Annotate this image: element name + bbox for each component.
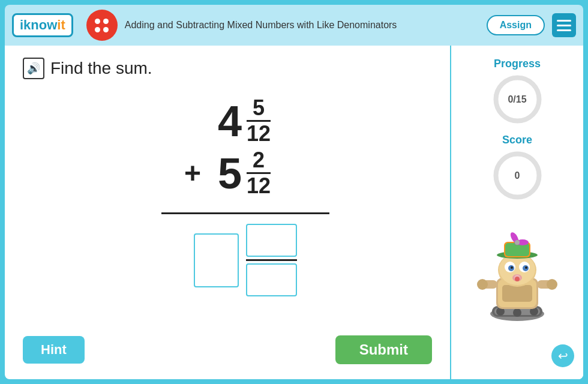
answer-fraction-area [246,224,297,296]
bottom-buttons: Hint Submit [23,329,432,367]
number1-numerator: 5 [247,97,271,122]
score-value: 0 [515,170,520,181]
score-gauge: 0 [492,150,543,201]
dot2 [103,19,109,24]
second-number-row: + 5 2 12 [184,149,271,197]
progress-label: Progress [494,58,541,70]
score-section: Score 0 [492,134,543,201]
score-label: Score [502,134,532,146]
hint-button[interactable]: Hint [23,336,85,364]
number2-whole: 5 [218,152,242,195]
dot1 [95,19,100,24]
nav-arrow-button[interactable]: ↩ [551,344,574,367]
svg-point-8 [513,308,521,317]
hamburger-line-1 [557,20,571,22]
robot-area [469,210,565,335]
svg-point-23 [511,266,513,269]
answer-numerator-input[interactable] [246,224,297,257]
progress-gauge: 0/15 [492,74,543,125]
answer-whole-input[interactable] [194,233,239,287]
submit-button[interactable]: Submit [335,335,432,364]
number1-whole: 4 [218,100,242,143]
arrow-icon: ↩ [558,349,568,363]
right-panel: Progress 0/15 Score 0 [451,46,583,379]
operator: + [184,157,201,190]
lesson-title: Adding and Subtracting Mixed Numbers wit… [125,19,479,32]
header: iknowit Adding and Subtracting Mixed Num… [5,5,583,46]
speaker-icon[interactable]: 🔊 [23,58,44,79]
math-area: 4 5 12 + 5 2 12 [23,91,432,329]
logo: iknowit [12,13,73,37]
number1-fraction: 5 12 [247,97,271,145]
number1-denominator: 12 [247,122,271,145]
dice-icon [86,10,118,41]
number2-denominator: 12 [247,174,271,197]
dot4 [103,27,109,32]
robot-illustration [469,225,565,321]
hamburger-line-3 [557,29,571,31]
divider-line [161,212,329,214]
dice-dots [92,16,112,35]
number2-fraction: 2 12 [247,149,271,197]
first-number-row: 4 5 12 [218,97,271,145]
answer-area [194,224,297,296]
problem-container: 4 5 12 + 5 2 12 [184,97,271,202]
number2-numerator: 2 [247,149,271,174]
dot3 [95,27,100,32]
svg-point-16 [547,279,557,290]
svg-point-34 [515,240,520,245]
svg-point-14 [477,279,488,290]
question-text: Find the sum. [50,59,152,78]
app-container: iknowit Adding and Subtracting Mixed Num… [0,0,588,384]
logo-area: iknowit [12,13,73,37]
question-header: 🔊 Find the sum. [23,58,432,79]
left-panel: 🔊 Find the sum. 4 5 12 + [5,46,451,379]
progress-value: 0/15 [508,94,526,105]
answer-fraction-line [246,259,297,261]
main-content: 🔊 Find the sum. 4 5 12 + [5,46,583,379]
hamburger-menu-button[interactable] [552,13,576,37]
answer-denominator-input[interactable] [246,263,297,296]
svg-point-24 [525,266,527,269]
speaker-symbol: 🔊 [27,62,40,75]
svg-rect-12 [502,285,532,302]
svg-point-27 [515,277,520,281]
assign-button[interactable]: Assign [487,15,545,35]
progress-section: Progress 0/15 [492,58,543,125]
hamburger-line-2 [557,25,571,26]
